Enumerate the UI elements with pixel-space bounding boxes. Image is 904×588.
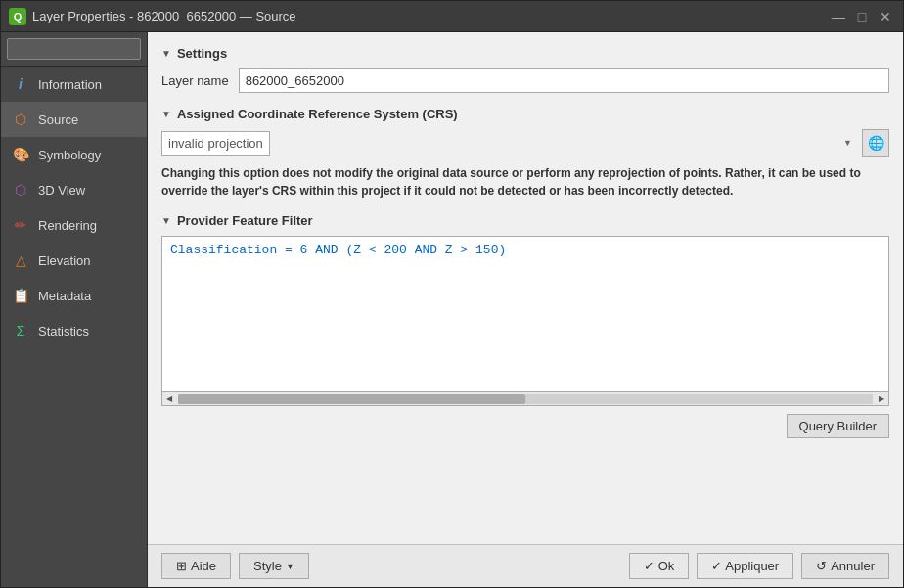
- filter-title: Provider Feature Filter: [177, 213, 313, 228]
- main-layout: i Information ⬡ Source 🎨 Symbology ⬡ 3D …: [1, 32, 903, 587]
- sidebar-item-label: Information: [38, 77, 102, 92]
- sidebar-item-label: Elevation: [38, 253, 90, 268]
- settings-header: ▼ Settings: [161, 46, 889, 61]
- crs-globe-button[interactable]: 🌐: [862, 129, 889, 157]
- footer-left: ⊞ Aide Style ▼: [161, 553, 309, 579]
- globe-icon: 🌐: [868, 135, 884, 151]
- sidebar-item-label: Rendering: [38, 218, 97, 233]
- style-label: Style: [253, 559, 282, 573]
- crs-note-text: Changing this option does not modify the…: [161, 166, 861, 198]
- style-dropdown-wrapper: Style ▼: [239, 553, 309, 579]
- search-input[interactable]: [7, 38, 141, 60]
- statistics-icon: Σ: [11, 321, 30, 340]
- information-icon: i: [11, 74, 30, 94]
- sidebar-item-label: Source: [38, 113, 78, 127]
- window-title: Layer Properties - 862000_6652000 — Sour…: [32, 9, 296, 23]
- crs-header: ▼ Assigned Coordinate Reference System (…: [161, 107, 889, 121]
- settings-section: ▼ Settings Layer name: [161, 46, 889, 93]
- crs-select-wrapper: invalid projection: [161, 131, 858, 156]
- threedview-icon: ⬡: [11, 180, 30, 200]
- scroll-left-arrow[interactable]: ◀: [162, 392, 176, 406]
- sidebar-item-source[interactable]: ⬡ Source: [1, 102, 147, 137]
- scroll-right-arrow[interactable]: ▶: [875, 392, 888, 406]
- filter-section: ▼ Provider Feature Filter Classification…: [161, 213, 889, 438]
- style-button[interactable]: Style ▼: [239, 553, 309, 579]
- sidebar-item-statistics[interactable]: Σ Statistics: [1, 313, 147, 348]
- layer-name-row: Layer name: [161, 68, 889, 93]
- filter-editor[interactable]: Classification = 6 AND (Z < 200 AND Z > …: [161, 236, 889, 392]
- appliquer-button[interactable]: ✓ Appliquer: [697, 553, 793, 579]
- sidebar-item-symbology[interactable]: 🎨 Symbology: [1, 137, 147, 172]
- minimize-button[interactable]: —: [829, 9, 848, 24]
- crs-section: ▼ Assigned Coordinate Reference System (…: [161, 107, 889, 200]
- scrollbar-track[interactable]: [178, 394, 873, 404]
- annuler-label: Annuler: [831, 559, 875, 573]
- search-box[interactable]: [1, 32, 147, 67]
- layer-name-input[interactable]: [239, 68, 889, 93]
- crs-title: Assigned Coordinate Reference System (CR…: [177, 107, 458, 121]
- content-scroll: ▼ Settings Layer name ▼ Assigned Coordin…: [148, 32, 903, 544]
- annuler-button[interactable]: ↺ Annuler: [801, 553, 889, 579]
- crs-select[interactable]: invalid projection: [161, 131, 270, 156]
- rendering-icon: ✏: [11, 215, 30, 235]
- query-builder-button[interactable]: Query Builder: [787, 414, 889, 438]
- crs-toggle[interactable]: ▼: [161, 109, 171, 119]
- content-panel: ▼ Settings Layer name ▼ Assigned Coordin…: [148, 32, 903, 587]
- titlebar-left: Q Layer Properties - 862000_6652000 — So…: [9, 8, 296, 25]
- sidebar-item-metadata[interactable]: 📋 Metadata: [1, 278, 147, 313]
- close-button[interactable]: ✕: [876, 9, 895, 24]
- footer: ⊞ Aide Style ▼ ✓ Ok ✓ Appliquer ↺: [148, 544, 903, 587]
- sidebar-item-label: Symbology: [38, 148, 101, 162]
- main-window: Q Layer Properties - 862000_6652000 — So…: [0, 0, 904, 588]
- filter-header: ▼ Provider Feature Filter: [161, 213, 889, 228]
- app-icon: Q: [9, 8, 26, 25]
- aide-label: Aide: [191, 559, 216, 573]
- aide-button[interactable]: ⊞ Aide: [161, 553, 231, 579]
- sidebar-item-label: 3D View: [38, 183, 85, 198]
- crs-note: Changing this option does not modify the…: [161, 164, 889, 200]
- filter-text: Classification = 6 AND (Z < 200 AND Z > …: [170, 243, 506, 257]
- titlebar: Q Layer Properties - 862000_6652000 — So…: [1, 1, 903, 32]
- source-icon: ⬡: [11, 110, 30, 129]
- settings-title: Settings: [177, 46, 227, 61]
- filter-scrollbar[interactable]: ◀ ▶: [161, 392, 889, 406]
- sidebar: i Information ⬡ Source 🎨 Symbology ⬡ 3D …: [1, 32, 148, 587]
- sidebar-item-information[interactable]: i Information: [1, 67, 147, 102]
- sidebar-item-elevation[interactable]: △ Elevation: [1, 243, 147, 278]
- elevation-icon: △: [11, 250, 30, 270]
- window-controls: — □ ✕: [829, 9, 895, 24]
- sidebar-item-rendering[interactable]: ✏ Rendering: [1, 207, 147, 243]
- ok-button[interactable]: ✓ Ok: [629, 553, 689, 579]
- query-builder-row: Query Builder: [161, 414, 889, 438]
- scrollbar-thumb[interactable]: [178, 394, 525, 404]
- layer-name-label: Layer name: [161, 73, 229, 88]
- sidebar-item-label: Metadata: [38, 289, 91, 303]
- metadata-icon: 📋: [11, 286, 30, 305]
- crs-row: invalid projection 🌐: [161, 129, 889, 157]
- footer-right: ✓ Ok ✓ Appliquer ↺ Annuler: [629, 553, 889, 579]
- symbology-icon: 🎨: [11, 145, 30, 164]
- aide-icon: ⊞: [176, 559, 187, 573]
- style-dropdown-arrow: ▼: [286, 562, 294, 571]
- filter-toggle[interactable]: ▼: [161, 215, 171, 226]
- annuler-icon: ↺: [816, 559, 827, 573]
- maximize-button[interactable]: □: [852, 9, 872, 24]
- sidebar-item-label: Statistics: [38, 324, 89, 339]
- settings-toggle[interactable]: ▼: [161, 48, 171, 59]
- sidebar-item-3dview[interactable]: ⬡ 3D View: [1, 172, 147, 207]
